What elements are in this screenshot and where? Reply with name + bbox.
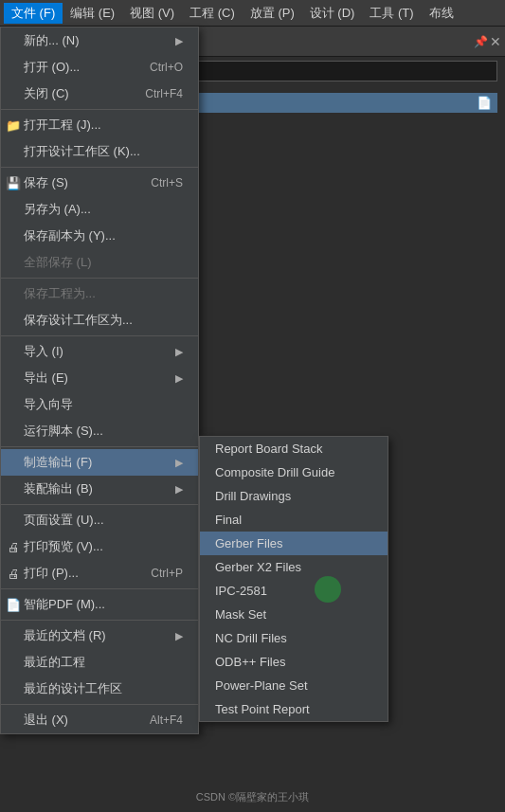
sep1 [1,109,198,110]
submenu-item-mask-set[interactable]: Mask Set [200,603,388,626]
save-all-label: 全部保存 (L) [24,254,92,271]
submenu-item-gerber-files[interactable]: Gerber Files [200,532,388,555]
recent-docs-label: 最近的文档 (R) [24,627,106,644]
open-shortcut: Ctrl+O [150,61,183,74]
page-setup-label: 页面设置 (U)... [24,512,104,529]
fab-submenu: Report Board Stack Composite Drill Guide… [199,436,388,722]
open-project-icon: 📁 [5,118,22,133]
import-arrow: ▶ [175,346,183,358]
menu-item-exit[interactable]: 退出 (X) Alt+F4 [1,707,198,733]
menu-item-open[interactable]: 打开 (O)... Ctrl+O [1,54,198,81]
menu-view[interactable]: 视图 (V) [122,3,182,24]
assembly-arrow: ▶ [175,483,183,496]
mask-set-label: Mask Set [215,607,266,622]
menu-item-page-setup[interactable]: 页面设置 (U)... [1,507,198,533]
menu-place[interactable]: 放置 (P) [243,3,302,24]
report-board-stack-label: Report Board Stack [215,442,322,456]
menu-item-save-workspace-as[interactable]: 保存设计工作区为... [1,307,198,334]
menu-item-print-preview[interactable]: 🖨 打印预览 (V)... [1,533,198,560]
menu-item-smart-pdf[interactable]: 📄 智能PDF (M)... [1,591,198,618]
export-arrow: ▶ [175,372,183,385]
menu-tools[interactable]: 工具 (T) [362,3,421,24]
new-arrow: ▶ [175,35,183,47]
submenu-item-test-point[interactable]: Test Point Report [200,697,388,721]
save-as-label: 另存为 (A)... [24,201,91,218]
menu-file[interactable]: 文件 (F) [4,3,63,24]
print-label: 打印 (P)... [24,565,79,582]
menu-edit[interactable]: 编辑 (E) [63,3,122,24]
menu-item-close[interactable]: 关闭 (C) Ctrl+F4 [1,81,198,107]
save-shortcut: Ctrl+S [151,176,183,189]
menu-item-recent-projects[interactable]: 最近的工程 [1,649,198,676]
submenu-item-power-plane[interactable]: Power-Plane Set [200,674,388,697]
submenu-item-gerber-x2[interactable]: Gerber X2 Files [200,555,388,579]
menu-item-export[interactable]: 导出 (E) ▶ [1,365,198,391]
menu-item-recent-docs[interactable]: 最近的文档 (R) ▶ [1,623,198,649]
open-workspace-label: 打开设计工作区 (K)... [24,143,140,160]
gerber-x2-label: Gerber X2 Files [215,560,301,574]
print-shortcut: Ctrl+P [151,567,183,580]
menu-item-save-project: 保存工程为... [1,280,198,307]
open-label: 打开 (O)... [24,59,80,76]
recent-workspaces-label: 最近的设计工作区 [24,680,122,697]
close-icon[interactable]: ✕ [490,34,501,49]
save-icon: 💾 [5,176,22,190]
menu-item-save-copy[interactable]: 保存副本为 (Y)... [1,223,198,249]
sep3 [1,278,198,279]
recent-projects-label: 最近的工程 [24,654,85,671]
menu-item-import[interactable]: 导入 (I) ▶ [1,338,198,365]
menu-project[interactable]: 工程 (C) [182,3,243,24]
menu-design[interactable]: 设计 (D) [302,3,363,24]
save-label: 保存 (S) [24,174,68,191]
close-shortcut: Ctrl+F4 [145,87,183,100]
submenu-item-ipc[interactable]: IPC-2581 [200,579,388,603]
submenu-item-report-board-stack[interactable]: Report Board Stack [200,437,388,460]
sep2 [1,167,198,168]
save-copy-label: 保存副本为 (Y)... [24,227,116,244]
submenu-item-final[interactable]: Final [200,508,388,532]
fab-output-arrow: ▶ [175,457,183,469]
gerber-files-label: Gerber Files [215,536,283,550]
menu-item-open-project[interactable]: 📁 打开工程 (J)... [1,112,198,138]
odb-label: ODB++ Files [215,655,285,669]
smart-pdf-icon: 📄 [5,598,22,612]
menu-item-run-script[interactable]: 运行脚本 (S)... [1,418,198,444]
print-preview-label: 打印预览 (V)... [24,538,103,555]
menu-item-new[interactable]: 新的... (N) ▶ [1,27,198,54]
submenu-item-composite-drill[interactable]: Composite Drill Guide [200,460,388,484]
menu-item-assembly-output[interactable]: 装配输出 (B) ▶ [1,476,198,502]
file-dropdown: 新的... (N) ▶ 打开 (O)... Ctrl+O 关闭 (C) Ctrl… [0,27,199,734]
file-icon: 📄 [477,96,492,110]
sep4 [1,335,198,336]
import-label: 导入 (I) [24,343,63,360]
menu-item-recent-workspaces[interactable]: 最近的设计工作区 [1,676,198,702]
power-plane-label: Power-Plane Set [215,678,308,693]
sep6 [1,504,198,505]
submenu-item-drill-drawings[interactable]: Drill Drawings [200,484,388,508]
close-label: 关闭 (C) [24,85,69,102]
recent-docs-arrow: ▶ [175,630,183,642]
smart-pdf-label: 智能PDF (M)... [24,596,105,613]
menu-item-save[interactable]: 💾 保存 (S) Ctrl+S [1,170,198,196]
menu-item-print[interactable]: 🖨 打印 (P)... Ctrl+P [1,560,198,586]
sep7 [1,588,198,589]
save-project-label: 保存工程为... [24,285,96,302]
sep5 [1,446,198,447]
submenu-item-odb[interactable]: ODB++ Files [200,650,388,674]
menu-item-fab-output[interactable]: 制造输出 (F) ▶ [1,449,198,476]
save-workspace-as-label: 保存设计工作区为... [24,312,133,329]
menu-bar: 文件 (F) 编辑 (E) 视图 (V) 工程 (C) 放置 (P) 设计 (D… [0,0,505,27]
exit-label: 退出 (X) [24,712,68,729]
sep9 [1,704,198,705]
pin-icon[interactable]: 📌 [474,35,488,48]
menu-route[interactable]: 布线 [422,3,461,24]
menu-item-import-wizard[interactable]: 导入向导 [1,391,198,418]
exit-shortcut: Alt+F4 [150,713,183,727]
submenu-item-nc-drill[interactable]: NC Drill Files [200,626,388,650]
print-preview-icon: 🖨 [5,540,22,554]
ipc-label: IPC-2581 [215,584,267,598]
menu-item-open-workspace[interactable]: 打开设计工作区 (K)... [1,138,198,165]
sep8 [1,620,198,621]
watermark: CSDN ©隔壁家的王小琪 [196,790,309,804]
menu-item-save-as[interactable]: 另存为 (A)... [1,196,198,223]
